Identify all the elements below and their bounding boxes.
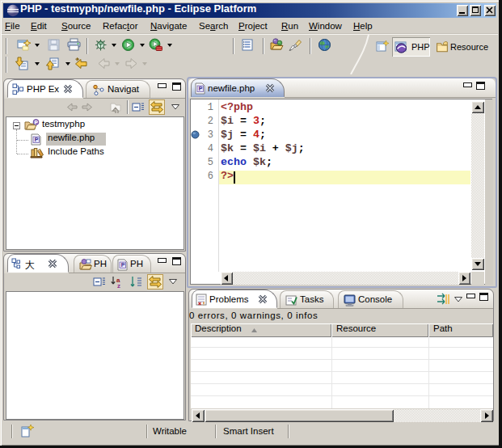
- svg-text:z: z: [117, 282, 120, 289]
- svg-text:P: P: [121, 262, 125, 268]
- svg-text:P: P: [199, 86, 203, 91]
- svg-text:P: P: [35, 137, 39, 142]
- svg-text:P: P: [35, 120, 39, 125]
